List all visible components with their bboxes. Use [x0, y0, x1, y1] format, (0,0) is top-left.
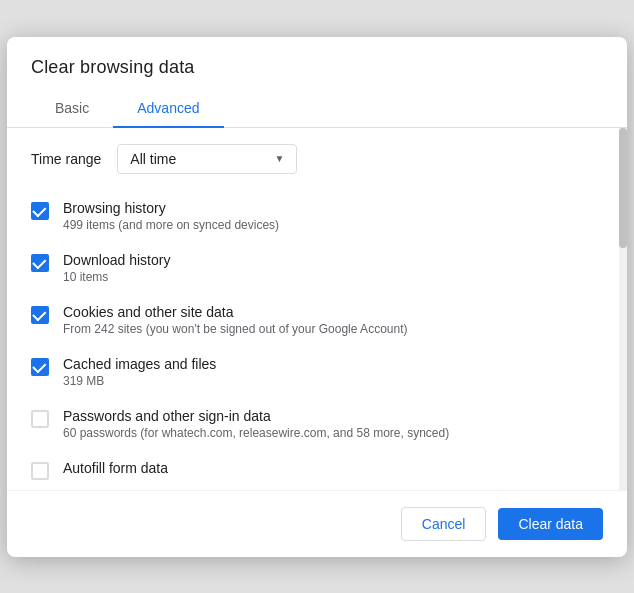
checkbox-passwords[interactable] — [31, 410, 49, 428]
list-item: Browsing history 499 items (and more on … — [31, 190, 603, 242]
list-item: Passwords and other sign-in data 60 pass… — [31, 398, 603, 450]
scrollbar-thumb[interactable] — [619, 128, 627, 248]
time-range-label: Time range — [31, 151, 101, 167]
checkbox-download-history[interactable] — [31, 254, 49, 272]
item-subtitle-passwords: 60 passwords (for whatech.com, releasewi… — [63, 426, 449, 440]
items-list: Browsing history 499 items (and more on … — [31, 190, 603, 490]
tab-bar: Basic Advanced — [7, 90, 627, 128]
clear-data-button[interactable]: Clear data — [498, 508, 603, 540]
item-title-cookies: Cookies and other site data — [63, 304, 407, 320]
time-range-row: Time range All time ▼ — [31, 144, 603, 174]
item-subtitle-download: 10 items — [63, 270, 170, 284]
cancel-button[interactable]: Cancel — [401, 507, 487, 541]
item-subtitle-cached: 319 MB — [63, 374, 216, 388]
dialog-content: Time range All time ▼ Browsing history 4… — [7, 128, 627, 490]
scrollbar-track — [619, 128, 627, 490]
list-item: Download history 10 items — [31, 242, 603, 294]
checkbox-autofill[interactable] — [31, 462, 49, 480]
list-item: Cached images and files 319 MB — [31, 346, 603, 398]
dialog-title: Clear browsing data — [7, 37, 627, 78]
item-title-cached: Cached images and files — [63, 356, 216, 372]
item-subtitle-browsing: 499 items (and more on synced devices) — [63, 218, 279, 232]
item-title-download: Download history — [63, 252, 170, 268]
tab-advanced[interactable]: Advanced — [113, 90, 223, 128]
checkbox-browsing-history[interactable] — [31, 202, 49, 220]
item-title-autofill: Autofill form data — [63, 460, 168, 476]
item-title-browsing: Browsing history — [63, 200, 279, 216]
list-item: Cookies and other site data From 242 sit… — [31, 294, 603, 346]
dialog-footer: Cancel Clear data — [7, 490, 627, 557]
time-range-value: All time — [130, 151, 176, 167]
item-subtitle-cookies: From 242 sites (you won't be signed out … — [63, 322, 407, 336]
checkbox-cached[interactable] — [31, 358, 49, 376]
time-range-select[interactable]: All time ▼ — [117, 144, 297, 174]
item-title-passwords: Passwords and other sign-in data — [63, 408, 449, 424]
dropdown-arrow-icon: ▼ — [274, 153, 284, 164]
list-item: Autofill form data — [31, 450, 603, 490]
clear-browsing-data-dialog: Clear browsing data Basic Advanced Time … — [7, 37, 627, 557]
checkbox-cookies[interactable] — [31, 306, 49, 324]
tab-basic[interactable]: Basic — [31, 90, 113, 128]
